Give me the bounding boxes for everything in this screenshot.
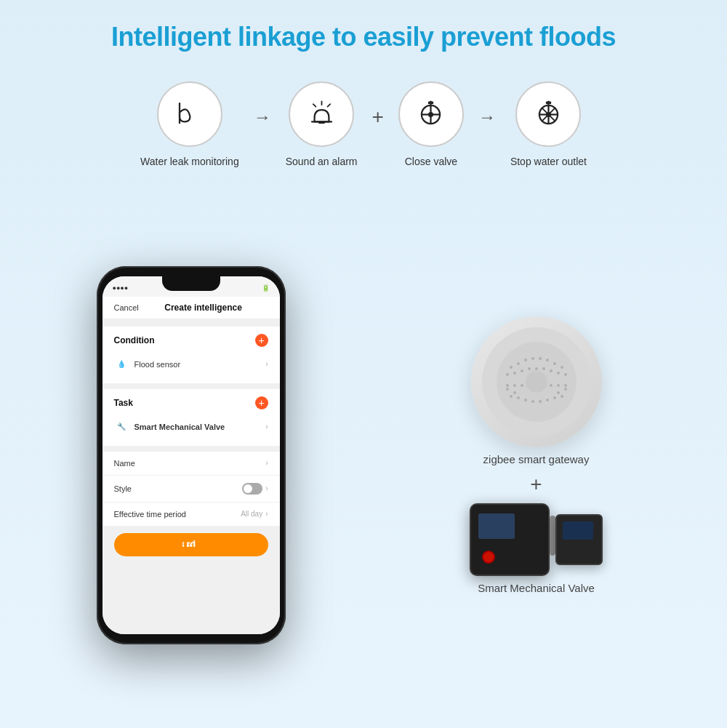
task-section: Task + 🔧 Smart Mechanical Valve ›: [103, 389, 280, 446]
svg-point-53: [506, 388, 509, 391]
right-panel: zigbee smart gateway +: [374, 196, 698, 713]
condition-title: Condition: [114, 335, 155, 345]
svg-point-23: [517, 362, 520, 365]
flow-item-stop-water: Stop water outlet: [510, 81, 587, 167]
svg-point-48: [531, 400, 534, 403]
water-leak-circle: [157, 81, 222, 147]
phone-container: ●●●● 1:11 🔋 Cancel Create intelligence: [29, 196, 353, 713]
valve-circle: [398, 81, 464, 147]
svg-point-55: [557, 391, 560, 394]
svg-rect-11: [428, 101, 433, 104]
condition-section: Condition + 💧 Flood sensor ›: [103, 327, 280, 383]
svg-point-51: [553, 396, 556, 399]
gateway-image: [471, 316, 602, 447]
bottom-section: ●●●● 1:11 🔋 Cancel Create intelligence: [29, 196, 698, 713]
effective-value: All day: [241, 510, 262, 518]
effective-right: All day ›: [241, 510, 268, 518]
svg-point-49: [539, 400, 542, 403]
flow-item-valve: Close valve: [398, 81, 464, 167]
alarm-icon: [305, 98, 338, 131]
svg-point-27: [546, 359, 549, 361]
svg-point-41: [521, 384, 523, 387]
task-header: Task +: [114, 396, 268, 409]
style-right: ›: [242, 483, 268, 495]
svg-point-9: [428, 111, 433, 116]
alarm-circle: [289, 81, 354, 147]
svg-point-54: [513, 391, 516, 394]
style-label: Style: [114, 484, 132, 493]
valve-power-button: [482, 551, 495, 564]
style-row[interactable]: Style ›: [103, 476, 280, 502]
effective-label: Effective time period: [114, 510, 186, 519]
valve-image-container: [470, 503, 603, 576]
gateway-dots-svg: [493, 338, 580, 425]
valve-label: Smart Mechanical Valve: [478, 582, 595, 594]
stop-water-icon: [532, 98, 565, 131]
svg-point-28: [553, 362, 556, 365]
svg-point-52: [561, 395, 563, 398]
phone-cancel-button[interactable]: Cancel: [114, 303, 139, 312]
close-valve-icon: [414, 98, 447, 131]
page: Intelligent linkage to easily prevent fl…: [0, 0, 727, 728]
valve-task-row[interactable]: 🔧 Smart Mechanical Valve ›: [114, 415, 268, 439]
svg-point-44: [564, 384, 567, 387]
water-leak-label: Water leak monitoring: [140, 156, 239, 167]
add-condition-button[interactable]: +: [255, 334, 268, 347]
gateway-body: [482, 327, 591, 436]
svg-point-29: [561, 366, 563, 369]
flood-sensor-left: 💧 Flood sensor: [114, 357, 181, 372]
svg-point-31: [513, 372, 516, 375]
svg-point-33: [528, 367, 531, 370]
phone-screen-title: Create intelligence: [164, 303, 242, 313]
valve-addon-display: [563, 521, 593, 540]
svg-point-30: [506, 373, 509, 376]
water-leak-icon: [173, 98, 206, 131]
flow-item-water-leak: Water leak monitoring: [140, 81, 239, 167]
svg-point-46: [517, 396, 520, 399]
svg-point-34: [535, 367, 538, 370]
phone-notch: [162, 276, 220, 291]
plus-1: +: [372, 105, 384, 129]
condition-chevron: ›: [265, 360, 268, 368]
phone-nav: Cancel Create intelligence: [103, 297, 280, 319]
alarm-label: Sound an alarm: [286, 156, 358, 167]
phone-screen: ●●●● 1:11 🔋 Cancel Create intelligence: [103, 276, 280, 634]
effective-chevron: ›: [265, 510, 268, 518]
stop-water-circle: [515, 81, 581, 147]
task-title: Task: [114, 398, 133, 408]
style-toggle[interactable]: [242, 483, 262, 495]
phone-mockup: ●●●● 1:11 🔋 Cancel Create intelligence: [97, 266, 286, 644]
svg-point-42: [550, 384, 553, 387]
svg-point-39: [506, 384, 509, 387]
svg-point-40: [513, 384, 516, 387]
stop-water-label: Stop water outlet: [510, 156, 587, 167]
gateway-product: zigbee smart gateway: [471, 316, 602, 465]
arrow-2: →: [478, 107, 496, 127]
valve-task-label: Smart Mechanical Valve: [134, 423, 225, 431]
svg-point-21: [526, 371, 547, 393]
arrow-1: →: [254, 107, 271, 127]
gateway-label: zigbee smart gateway: [483, 453, 590, 465]
svg-point-56: [564, 388, 567, 391]
flood-sensor-icon: 💧: [114, 357, 129, 372]
valve-handle: [550, 516, 555, 556]
valve-label: Close valve: [405, 156, 457, 167]
flood-sensor-row[interactable]: 💧 Flood sensor ›: [114, 353, 268, 376]
save-button[interactable]: ណៅ: [114, 533, 268, 556]
svg-point-22: [510, 366, 513, 369]
svg-point-43: [557, 384, 560, 387]
phone-signal: ●●●●: [113, 284, 129, 292]
name-row[interactable]: Name ›: [103, 452, 280, 475]
products-plus: +: [530, 473, 542, 496]
svg-point-35: [542, 367, 545, 370]
page-title: Intelligent linkage to easily prevent fl…: [111, 22, 616, 52]
add-task-button[interactable]: +: [255, 396, 268, 409]
style-chevron: ›: [265, 484, 268, 492]
valve-display: [478, 513, 515, 539]
svg-point-50: [546, 399, 549, 401]
valve-task-icon: 🔧: [114, 420, 129, 434]
svg-line-3: [327, 104, 330, 107]
effective-time-row[interactable]: Effective time period All day ›: [103, 503, 280, 526]
svg-point-47: [524, 399, 527, 401]
svg-point-38: [564, 373, 567, 376]
